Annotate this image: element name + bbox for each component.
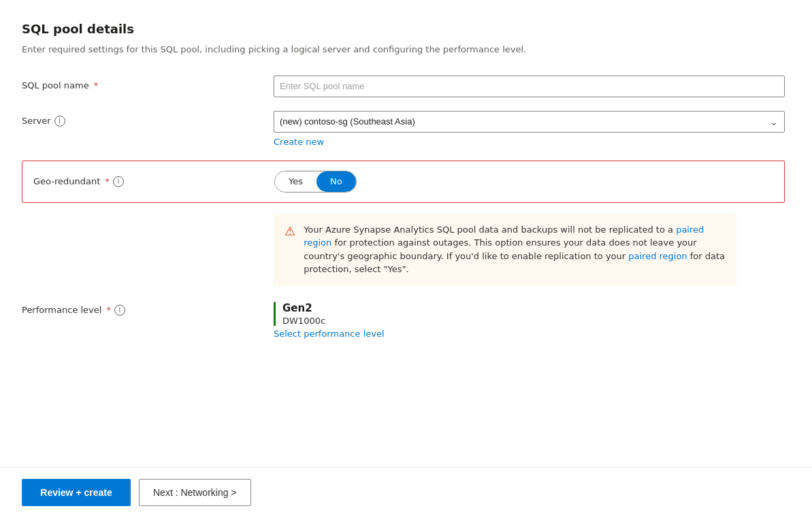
performance-level-control: Gen2 DW1000c Select performance level <box>274 302 785 339</box>
server-row: Server i (new) contoso-sg (Southeast Asi… <box>22 111 785 147</box>
geo-no-option[interactable]: No <box>316 171 356 192</box>
geo-warning-box: ⚠ Your Azure Synapse Analytics SQL pool … <box>274 214 736 286</box>
server-info-icon[interactable]: i <box>54 116 65 127</box>
server-label: Server i <box>22 111 274 127</box>
server-select-wrapper: (new) contoso-sg (Southeast Asia) ⌄ <box>274 111 785 133</box>
main-container: SQL pool details Enter required settings… <box>0 0 812 339</box>
create-new-link[interactable]: Create new <box>274 137 324 147</box>
footer-bar: Review + create Next : Networking > <box>0 467 812 517</box>
paired-region-link-2[interactable]: paired region <box>628 251 687 261</box>
geo-redundant-toggle[interactable]: Yes No <box>274 171 357 193</box>
perf-dw: DW1000c <box>282 316 785 326</box>
section-title: SQL pool details <box>22 22 785 36</box>
server-control: (new) contoso-sg (Southeast Asia) ⌄ Crea… <box>274 111 785 147</box>
required-star: * <box>94 80 99 90</box>
perf-gen: Gen2 <box>282 302 785 314</box>
performance-level-row: Performance level * i Gen2 DW1000c Selec… <box>22 302 785 339</box>
warning-text: Your Azure Synapse Analytics SQL pool da… <box>304 223 726 276</box>
performance-level-label: Performance level * i <box>22 302 274 316</box>
server-dropdown[interactable]: (new) contoso-sg (Southeast Asia) <box>274 111 785 133</box>
sql-pool-name-row: SQL pool name * <box>22 76 785 97</box>
sql-pool-name-input[interactable] <box>274 76 785 97</box>
sql-pool-name-label: SQL pool name * <box>22 76 274 90</box>
sql-pool-name-control <box>274 76 785 97</box>
geo-info-icon[interactable]: i <box>113 176 124 187</box>
section-desc: Enter required settings for this SQL poo… <box>22 43 634 56</box>
geo-required-star: * <box>105 176 110 186</box>
review-create-button[interactable]: Review + create <box>22 479 131 506</box>
perf-required-star: * <box>106 305 111 315</box>
performance-level-border: Gen2 DW1000c <box>274 302 785 326</box>
warning-icon: ⚠ <box>285 224 295 276</box>
perf-info-icon[interactable]: i <box>114 305 125 316</box>
geo-redundant-row: Geo-redundant * i Yes No <box>22 161 785 203</box>
geo-redundant-label: Geo-redundant * i <box>33 176 274 187</box>
geo-yes-option[interactable]: Yes <box>275 171 316 192</box>
select-performance-level-link[interactable]: Select performance level <box>274 329 385 339</box>
next-networking-button[interactable]: Next : Networking > <box>139 479 251 506</box>
